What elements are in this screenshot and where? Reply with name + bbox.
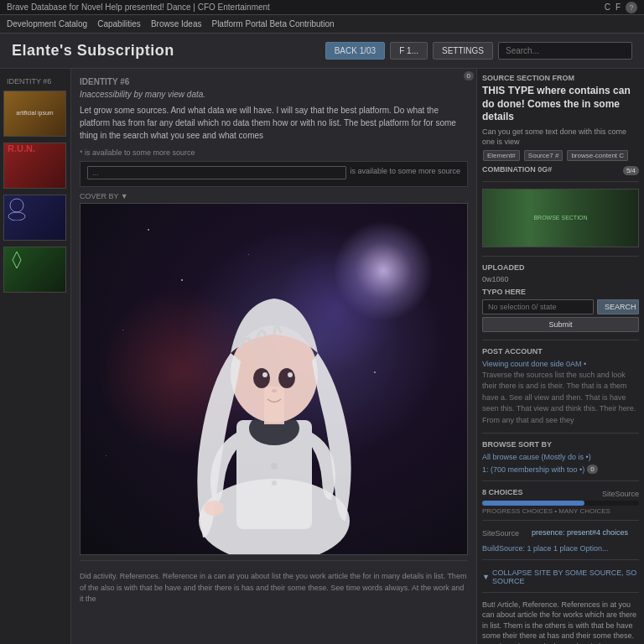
right-browse-label: BROWSE SORT BY [482, 440, 639, 449]
browse-image: BROWSE SECTION [483, 190, 638, 247]
svg-point-12 [204, 501, 224, 516]
rating-row: 8 choices SiteSource [482, 488, 639, 499]
help-icon[interactable]: ? [626, 2, 637, 13]
collapse-text: COLLAPSE SITE BY SOME SOURCE, SO SOURCE [492, 569, 639, 585]
right-bottom-text: But! Article, Reference. References in a… [482, 600, 639, 644]
right-account-label: POST ACCOUNT [482, 347, 639, 356]
star-4 [122, 330, 123, 330]
r-icon[interactable]: F [615, 3, 621, 12]
notice-box: is available to some more source [80, 161, 468, 187]
svg-point-14 [272, 480, 277, 486]
site-source-row: SiteSource [602, 490, 639, 498]
right-input-row: SEARCH [482, 299, 639, 317]
app-title: Brave Database for Novel Help presented!… [7, 3, 270, 12]
image-note: * is available to some more source [80, 148, 468, 157]
site-source-label: SiteSource [602, 490, 639, 498]
right-description: Can you get some text done with this com… [482, 127, 639, 148]
svg-point-0 [10, 199, 23, 212]
main-image [80, 203, 468, 555]
tag-3[interactable]: browse-content C [567, 150, 628, 161]
siteinfo-value: presence: present#4 choices [532, 527, 628, 538]
right-main-title: THIS TYPE where contains can do done! Co… [482, 85, 639, 124]
header-buttons: BACK 1/03 F 1... SETTINGS [325, 42, 632, 60]
thumbnail-2[interactable]: R.U.N. [3, 143, 66, 189]
rating-label: 8 choices [482, 488, 523, 496]
thumb-box-1: artificial ipsum [4, 91, 65, 136]
search-input[interactable] [498, 42, 632, 60]
thumb2-label: R.U.N. [4, 143, 39, 157]
right-siteinfo-block: SiteSource presence: present#4 choices B… [482, 527, 639, 560]
left-panel: IDENTITY #6 artificial ipsum R.U.N. [0, 69, 71, 644]
browse-link-1[interactable]: All browse cause (Mostly do is •) [482, 451, 639, 463]
thumbnail-3[interactable] [3, 195, 66, 241]
notice-input[interactable] [87, 166, 346, 179]
right-uploaded-value: 0w1060 [482, 274, 639, 285]
cover-label[interactable]: COVER BY ▼ [80, 192, 128, 200]
right-collapse-block: ▼ COLLAPSE SITE BY SOME SOURCE, SO SOURC… [482, 567, 639, 593]
f-button[interactable]: F 1... [390, 42, 428, 60]
account-link-1[interactable]: Viewing count done side 0AM • [482, 358, 639, 370]
tag-2[interactable]: Source7 # [524, 150, 563, 161]
browse-text-1: All browse cause (Mostly do is •) [482, 453, 591, 461]
svg-point-8 [278, 368, 295, 388]
svg-point-7 [253, 368, 270, 388]
main-content: IDENTITY #6 artificial ipsum R.U.N. [0, 69, 644, 644]
related-text: BuildSource: 1 place 1 place Option... [482, 544, 609, 553]
nav-platform[interactable]: Platform Portal Beta Contribution [211, 19, 334, 29]
svg-point-13 [271, 463, 278, 470]
svg-point-1 [8, 212, 25, 221]
browse-badge: 0 [587, 465, 597, 474]
related-link[interactable]: BuildSource: 1 place 1 place Option... [482, 543, 639, 554]
notice-label: is available to some more source [350, 166, 460, 179]
nav-development[interactable]: Development Catalog [7, 19, 87, 29]
svg-point-9 [262, 372, 267, 377]
settings-button[interactable]: SETTINGS [433, 42, 493, 60]
thumb-box-4 [4, 247, 65, 292]
right-typo-row: TYPO HERE [482, 288, 639, 296]
progress-wrap [482, 501, 639, 506]
right-source-title: SOURCE SECTION FROM [482, 74, 639, 82]
thumb-box-2: R.U.N. [4, 143, 65, 188]
account-text-extra: Traverse the sources list the such and l… [482, 370, 639, 427]
right-panel: SOURCE SECTION FROM THIS TYPE where cont… [476, 69, 644, 644]
back-button[interactable]: BACK 1/03 [325, 42, 385, 60]
right-counter-value: 5/4 [623, 166, 639, 175]
tag-1[interactable]: Element# [483, 150, 520, 161]
right-submit-btn[interactable]: Submit [482, 317, 639, 332]
character-svg [140, 219, 408, 554]
cover-counter[interactable]: 0 [464, 71, 474, 80]
rating-sub: PROGRESS CHOICES • MANY CHOICES [482, 507, 639, 515]
right-top-block: SOURCE SECTION FROM THIS TYPE where cont… [482, 74, 639, 182]
thumbnail-4[interactable] [3, 247, 66, 293]
svg-point-10 [288, 372, 293, 377]
account-text-1: Viewing count done side 0AM • [482, 360, 586, 368]
right-search-input[interactable] [482, 299, 594, 314]
siteinfo-row: SiteSource presence: present#4 choices [482, 527, 639, 540]
section-label: IDENTITY #6 [80, 77, 468, 86]
nav-capabilities[interactable]: Capabilities [97, 19, 141, 29]
top-bar-title: Brave Database for Novel Help presented!… [7, 3, 270, 12]
browse-link-2[interactable]: 1: (700 membership with too •) 0 [482, 463, 639, 475]
right-search-button[interactable]: SEARCH [597, 299, 639, 314]
nav-bar: Development Catalog Capabilities Browse … [0, 15, 644, 34]
left-section-label: IDENTITY #6 [3, 75, 67, 87]
thumb1-label: artificial ipsum [16, 110, 53, 117]
right-image-block: BROWSE SECTION [482, 189, 639, 257]
page-header: Elante's Subscription BACK 1/03 F 1... S… [0, 34, 644, 69]
bottom-text: Did activity. References. Reference in a… [80, 566, 468, 610]
nav-browse[interactable]: Browse Ideas [151, 19, 202, 29]
right-uploaded-label: UPLOADED [482, 263, 639, 272]
thumbnail-1[interactable]: artificial ipsum [3, 91, 66, 137]
siteinfo-label: SiteSource [482, 529, 528, 538]
thumb3-icon [4, 195, 29, 221]
c-icon[interactable]: C [605, 3, 610, 12]
right-counter-label: COMBINATION 0G# [482, 165, 552, 174]
collapse-link[interactable]: ▼ COLLAPSE SITE BY SOME SOURCE, SO SOURC… [482, 567, 639, 587]
progress-fill [482, 501, 584, 506]
divider [80, 560, 468, 561]
cover-section: COVER BY ▼ 0 [80, 192, 468, 200]
right-stats-block: UPLOADED 0w1060 TYPO HERE SEARCH Submit [482, 263, 639, 340]
right-rating-block: 8 choices SiteSource PROGRESS CHOICES • … [482, 488, 639, 521]
top-bar: Brave Database for Novel Help presented!… [0, 0, 644, 15]
right-tags: Element# Source7 # browse-content C [482, 149, 639, 162]
